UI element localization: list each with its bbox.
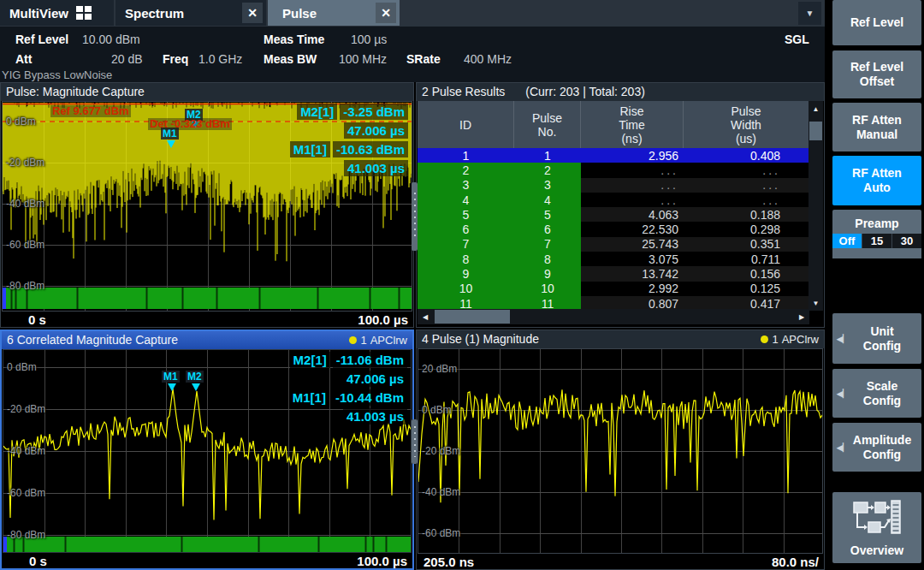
- marker-readout-value: -10.63 dBm: [333, 141, 408, 157]
- overview-label: Overview: [850, 543, 903, 558]
- panel-correlated-capture: 6 Correlated Magnitude Capture 1 APClrw …: [0, 330, 414, 570]
- marker-readout-line: 47.006 µs: [344, 122, 408, 139]
- rf-atten-manual-button[interactable]: RF Atten Manual: [832, 103, 921, 151]
- results-horizontal-scrollbar[interactable]: ◀ ▶: [418, 309, 809, 324]
- freq-value[interactable]: 1.0 GHz: [198, 52, 242, 66]
- ref-level-value[interactable]: 10.00 dBm: [82, 33, 140, 46]
- freq-label: Freq: [163, 52, 188, 66]
- tab-multiview[interactable]: MultiView: [0, 0, 114, 26]
- vertical-splitter-top[interactable]: [412, 182, 418, 251]
- magnitude-capture-plot[interactable]: 0 dBm-20 dBm-40 dBm-60 dBm-80 dBmM1M2M2[…: [2, 101, 412, 312]
- marker-readout-value: -3.25 dBm: [340, 104, 408, 120]
- amplitude-config-button[interactable]: Amplitude Config◀▏: [832, 423, 921, 472]
- table-cell: 5: [514, 207, 581, 222]
- submenu-arrow-icon: ◀▏: [837, 440, 849, 454]
- marker-m2-label[interactable]: M2: [186, 371, 204, 383]
- tab-pulse[interactable]: Pulse ✕: [268, 0, 400, 26]
- correlated-capture-plot[interactable]: 0 dBm-20 dBm-40 dBm-60 dBm-80 dBmM1M2M2[…: [3, 349, 412, 553]
- ref-level-button[interactable]: Ref Level: [832, 0, 921, 45]
- table-cell: 4: [514, 193, 581, 207]
- results-vertical-scrollbar[interactable]: ▲ ▼: [808, 101, 823, 311]
- x-axis-start: 0 s: [28, 312, 46, 327]
- table-cell: ...: [581, 163, 684, 177]
- tab-bar: MultiView Spectrum ✕ Pulse ✕ ▼: [0, 0, 825, 27]
- table-row[interactable]: 33......: [418, 178, 809, 193]
- meas-time-value[interactable]: 100 µs: [351, 33, 387, 46]
- marker-readouts: M2[1]-3.25 dBm47.006 µsM1[1]-10.63 dBm41…: [290, 104, 408, 176]
- table-row[interactable]: 883.0750.711: [418, 252, 809, 266]
- unit-config-button[interactable]: Unit Config◀▏: [832, 313, 921, 364]
- ref-line-annotation: Ref 9.677 dBm: [50, 105, 131, 117]
- table-row[interactable]: 9913.7420.156: [418, 266, 809, 281]
- preamp-option-off[interactable]: Off: [832, 234, 862, 248]
- table-cell: 0.711: [684, 252, 809, 266]
- scroll-left-icon[interactable]: ◀: [418, 309, 433, 324]
- table-cell: ...: [684, 193, 809, 207]
- preamp-button[interactable]: PreampOff1530: [832, 210, 921, 258]
- tab-pulse-label: Pulse: [282, 6, 317, 21]
- srate-label: SRate: [406, 52, 441, 66]
- marker-m1-label[interactable]: M1: [162, 371, 180, 383]
- meas-bw-value[interactable]: 100 MHz: [339, 52, 387, 66]
- submenu-arrow-icon: ◀▏: [837, 331, 849, 346]
- panel-title-text: 4 Pulse (1) Magnitude: [422, 330, 539, 348]
- settings-header: Ref Level 10.00 dBm Meas Time 100 µs SGL…: [0, 27, 825, 82]
- meas-bw-label: Meas BW: [264, 52, 317, 66]
- panel-title-text: Pulse: Magnitude Capture: [6, 83, 145, 101]
- marker-m2-icon[interactable]: [192, 383, 200, 391]
- close-icon[interactable]: ✕: [242, 3, 263, 23]
- scroll-down-icon[interactable]: ▼: [808, 295, 823, 311]
- table-row[interactable]: 554.0630.188: [418, 207, 809, 222]
- panel-pulse-results: 2 Pulse Results (Curr: 203 | Total: 203)…: [416, 82, 825, 328]
- marker-m1-icon[interactable]: [168, 383, 176, 391]
- table-row[interactable]: 44......: [418, 193, 809, 207]
- tab-spectrum[interactable]: Spectrum ✕: [116, 0, 266, 26]
- panel-pulse-magnitude-title: 4 Pulse (1) Magnitude 1 APClrw: [417, 330, 824, 348]
- sgl-status: SGL: [785, 33, 809, 46]
- table-cell: 0.188: [684, 207, 809, 222]
- results-table-header: IDPulse No.Rise Time (ns)Pulse Width (us…: [418, 101, 809, 148]
- trace-mode: APClrw: [370, 331, 407, 349]
- table-row[interactable]: 22......: [418, 163, 809, 177]
- column-header-0: ID: [418, 101, 514, 148]
- table-cell: 6: [418, 222, 514, 236]
- table-cell: 10: [418, 282, 514, 296]
- marker-m1-icon[interactable]: [167, 140, 175, 148]
- table-row[interactable]: 112.9560.408: [418, 148, 809, 163]
- marker-readout-line: 47.006 µs: [343, 371, 407, 387]
- table-cell: 9: [418, 266, 514, 281]
- scroll-right-icon[interactable]: ▶: [794, 309, 809, 324]
- vertical-splitter-bottom[interactable]: [412, 419, 418, 464]
- preamp-option-15[interactable]: 15: [862, 234, 892, 248]
- table-row[interactable]: 6622.5300.298: [418, 222, 809, 236]
- scrollbar-thumb[interactable]: [435, 310, 510, 324]
- x-axis-start: 205.0 ns: [424, 555, 474, 569]
- ref-level-offset-button[interactable]: Ref Level Offset: [832, 50, 921, 98]
- preamp-toggle: Off1530: [832, 234, 921, 248]
- rf-atten-auto-button[interactable]: RF Atten Auto: [832, 156, 921, 205]
- att-label: Att: [15, 52, 32, 66]
- table-cell: 6: [514, 222, 581, 236]
- close-icon[interactable]: ✕: [376, 3, 396, 23]
- scrollbar-thumb[interactable]: [809, 122, 822, 140]
- marker-readout-value: -10.44 dBm: [332, 389, 407, 406]
- table-row[interactable]: 7725.7430.351: [418, 237, 809, 252]
- meas-time-label: Meas Time: [264, 33, 324, 46]
- table-cell: 5: [418, 207, 514, 222]
- scroll-up-icon[interactable]: ▲: [808, 101, 823, 116]
- table-cell: 2.956: [581, 148, 684, 163]
- table-cell: 7: [514, 237, 581, 252]
- marker-readout-label: M1[1]: [290, 141, 330, 157]
- overview-button[interactable]: Overview: [832, 492, 921, 563]
- preamp-option-30[interactable]: 30: [892, 234, 921, 248]
- panel-magnitude-capture: Pulse: Magnitude Capture 0 dBm-20 dBm-40…: [0, 82, 414, 328]
- marker-readout-label: M2[1]: [297, 104, 337, 120]
- tab-list-dropdown-button[interactable]: ▼: [798, 2, 821, 25]
- table-row[interactable]: 10102.9920.125: [418, 282, 809, 296]
- att-value[interactable]: 20 dB: [111, 52, 143, 66]
- marker-readout-value: 47.006 µs: [344, 122, 408, 139]
- yig-bypass-status: YIG Bypass LowNoise: [2, 68, 112, 81]
- pulse-magnitude-plot[interactable]: 20 dBm0 dBm-20 dBm-40 dBm-60 dBm: [418, 348, 823, 554]
- srate-value[interactable]: 400 MHz: [464, 52, 512, 66]
- scale-config-button[interactable]: Scale Config◀▏: [832, 369, 921, 418]
